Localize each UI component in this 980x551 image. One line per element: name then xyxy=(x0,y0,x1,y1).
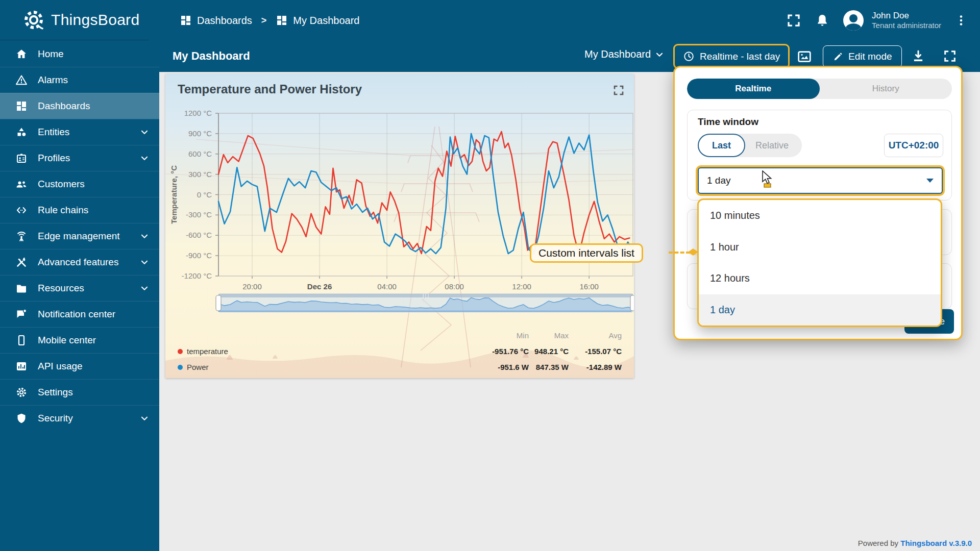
fullscreen-button[interactable] xyxy=(786,13,801,28)
settings-icon xyxy=(15,386,28,398)
legend-header-row: MinMaxAvg xyxy=(165,328,634,343)
sidebar-item-edge-management[interactable]: Edge management xyxy=(0,223,159,249)
toggle-relative[interactable]: Relative xyxy=(745,140,799,151)
legend-series-label[interactable]: temperature xyxy=(178,347,228,356)
svg-text:Dec 26: Dec 26 xyxy=(307,282,332,291)
toggle-last[interactable]: Last xyxy=(698,134,745,157)
sidebar-item-label: Dashboards xyxy=(38,101,150,112)
last-relative-toggle: Last Relative xyxy=(698,134,802,157)
sidebar-item-advanced-features[interactable]: Advanced features xyxy=(0,249,159,275)
tab-history[interactable]: History xyxy=(820,79,952,99)
api-icon xyxy=(15,360,28,372)
svg-text:600 °C: 600 °C xyxy=(188,149,212,158)
sidebar-item-label: Profiles xyxy=(38,153,139,164)
sidebar-item-resources[interactable]: Resources xyxy=(0,275,159,301)
sidebar-item-dashboards[interactable]: Dashboards xyxy=(0,93,159,119)
svg-text:-300 °C: -300 °C xyxy=(186,210,212,219)
download-button[interactable] xyxy=(911,48,926,64)
user-name: John Doe xyxy=(872,10,941,21)
time-window-heading: Time window xyxy=(698,116,758,128)
legend-max-value: 847.35 W xyxy=(529,363,569,371)
resources-icon xyxy=(15,282,28,294)
interval-dropdown: 10 minutes1 hour12 hours1 day xyxy=(697,198,942,327)
alarms-icon xyxy=(15,74,28,86)
pencil-icon xyxy=(832,52,843,62)
sidebar-item-security[interactable]: Security xyxy=(0,405,159,431)
user-avatar[interactable] xyxy=(843,10,864,31)
sidebar-item-label: Alarms xyxy=(38,74,150,86)
svg-text:16:00: 16:00 xyxy=(579,282,599,291)
widget-fullscreen-button[interactable] xyxy=(612,84,625,96)
svg-text:|||: ||| xyxy=(422,294,429,298)
sidebar-item-settings[interactable]: Settings xyxy=(0,379,159,405)
edit-mode-label: Edit mode xyxy=(848,51,892,62)
timewindow-tabs: Realtime History xyxy=(687,79,952,99)
interval-select-value: 1 day xyxy=(707,175,730,186)
app-logo[interactable]: ThingsBoard xyxy=(22,9,139,31)
svg-text:12:00: 12:00 xyxy=(512,282,531,291)
annotation-callout: Custom intervals list xyxy=(530,243,643,263)
thingsboard-logo-icon xyxy=(22,9,45,31)
timewindow-button[interactable]: Realtime - last day xyxy=(673,44,790,69)
edit-mode-button[interactable]: Edit mode xyxy=(823,45,902,68)
sidebar-item-rule-chains[interactable]: Rule chains xyxy=(0,197,159,223)
mobile-icon xyxy=(15,334,28,346)
user-info[interactable]: John Doe Tenant administrator xyxy=(872,10,941,31)
page-title: My Dashboard xyxy=(173,49,250,63)
legend-min-value: -951.6 W xyxy=(473,363,529,371)
sidebar-item-entities[interactable]: Entities xyxy=(0,119,159,145)
legend-series-label[interactable]: Power xyxy=(178,363,209,371)
interval-option-1-hour[interactable]: 1 hour xyxy=(699,232,941,263)
notifications-bell-button[interactable] xyxy=(815,13,830,28)
legend-avg-value: -155.07 °C xyxy=(569,347,622,356)
series-color-dot xyxy=(178,349,183,354)
advanced-icon xyxy=(15,256,28,268)
kebab-menu-button[interactable] xyxy=(954,13,968,28)
legend-avg-value: -142.89 W xyxy=(569,363,622,371)
dashboard-select[interactable]: My Dashboard xyxy=(584,48,665,60)
chart-widget: Temperature and Power History -1200 °C-9… xyxy=(165,74,634,378)
legend-header: Min xyxy=(473,331,529,340)
series-color-dot xyxy=(178,365,183,370)
legend-max-value: 948.21 °C xyxy=(529,347,569,356)
dashboards-icon xyxy=(15,100,28,112)
legend-row-temperature[interactable]: temperature-951.76 °C948.21 °C-155.07 °C xyxy=(165,343,634,359)
sidebar-item-mobile-center[interactable]: Mobile center xyxy=(0,327,159,353)
svg-text:20:00: 20:00 xyxy=(242,282,262,291)
footer: Powered by Thingsboard v.3.9.0 xyxy=(858,539,972,547)
annotation-text: Custom intervals list xyxy=(538,247,634,259)
sidebar-item-customers[interactable]: Customers xyxy=(0,171,159,197)
sidebar-item-api-usage[interactable]: API usage xyxy=(0,353,159,379)
interval-option-12-hours[interactable]: 12 hours xyxy=(699,263,941,294)
sidebar-item-notification-center[interactable]: Notification center xyxy=(0,301,159,327)
breadcrumb-my-dashboard[interactable]: My Dashboard xyxy=(276,14,359,27)
toolbar-fullscreen-button[interactable] xyxy=(943,49,957,63)
svg-text:-1200 °C: -1200 °C xyxy=(182,271,212,280)
dashboard-select-value: My Dashboard xyxy=(584,48,651,60)
user-role: Tenant administrator xyxy=(872,21,941,31)
interval-select[interactable]: 1 day xyxy=(698,167,943,194)
annotation-arrow xyxy=(669,252,690,254)
chevron-down-icon xyxy=(139,413,150,424)
legend-min-value: -951.76 °C xyxy=(473,347,529,356)
chevron-down-icon xyxy=(139,231,150,242)
sidebar-item-profiles[interactable]: Profiles xyxy=(0,145,159,171)
dashboards-icon xyxy=(276,14,288,27)
timezone-button[interactable]: UTC+02:00 xyxy=(884,134,943,157)
annotation-arrow-head xyxy=(688,247,698,257)
tab-realtime[interactable]: Realtime xyxy=(687,79,820,99)
sidebar-item-home[interactable]: Home xyxy=(0,41,159,67)
svg-text:Temperature, °C: Temperature, °C xyxy=(169,165,178,224)
sidebar-item-label: Advanced features xyxy=(38,257,139,268)
chevron-down-icon xyxy=(139,283,150,294)
chevron-down-icon xyxy=(139,153,150,164)
sidebar-item-label: Customers xyxy=(38,179,150,190)
dashboard-image-button[interactable] xyxy=(796,48,813,65)
breadcrumb-dashboards[interactable]: Dashboards xyxy=(180,14,252,27)
svg-text:1200 °C: 1200 °C xyxy=(184,109,212,117)
footer-version-link[interactable]: Thingsboard v.3.9.0 xyxy=(900,539,972,547)
interval-option-1-day[interactable]: 1 day xyxy=(699,294,941,326)
interval-option-10-minutes[interactable]: 10 minutes xyxy=(699,200,941,232)
legend-row-power[interactable]: Power-951.6 W847.35 W-142.89 W xyxy=(165,359,634,375)
sidebar-item-alarms[interactable]: Alarms xyxy=(0,67,159,93)
